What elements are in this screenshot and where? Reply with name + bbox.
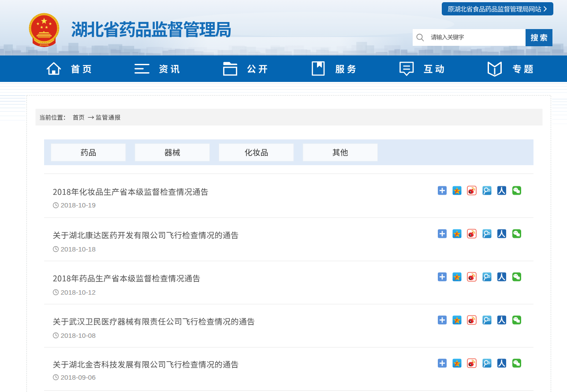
svg-text:2018-10-08: 2018-10-08: [61, 332, 96, 339]
svg-text:2018-10-19: 2018-10-19: [61, 201, 96, 209]
svg-text:2018-09-06: 2018-09-06: [61, 374, 96, 381]
svg-text:2018-10-12: 2018-10-12: [61, 288, 96, 296]
svg-text:2018-10-18: 2018-10-18: [61, 245, 96, 253]
